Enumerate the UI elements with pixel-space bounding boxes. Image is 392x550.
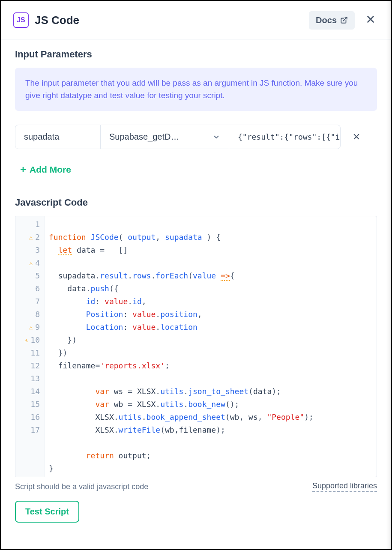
gutter-line: 15: [18, 398, 40, 411]
external-link-icon: [340, 16, 348, 24]
close-icon: [366, 15, 375, 24]
line-number: 8: [35, 308, 40, 321]
gutter-line: [18, 449, 40, 462]
line-number: 11: [30, 347, 40, 359]
line-number: 17: [30, 424, 40, 436]
line-number: 12: [30, 359, 40, 372]
close-icon: [353, 133, 360, 140]
line-number: 15: [30, 398, 40, 411]
line-number: 16: [30, 411, 40, 424]
chevron-down-icon: [212, 133, 220, 141]
gutter-line: 5: [18, 269, 40, 282]
line-number: 6: [35, 282, 40, 295]
line-number: 1: [35, 218, 40, 231]
editor-hint: Script should be a valid javascript code: [15, 482, 148, 491]
code-editor[interactable]: 1⚠23⚠45678⚠9⚠1011121314151617 function J…: [15, 216, 377, 477]
line-number: 13: [30, 372, 40, 385]
add-more-label: Add More: [30, 164, 71, 175]
gutter-line: 13: [18, 372, 40, 385]
line-number: 5: [35, 269, 40, 282]
close-button[interactable]: [362, 10, 379, 30]
gutter-line: [18, 436, 40, 449]
warning-icon: ⚠: [29, 231, 33, 244]
test-script-button[interactable]: Test Script: [15, 501, 79, 523]
line-number: 2: [35, 231, 40, 244]
remove-param-button[interactable]: [348, 131, 365, 143]
param-source-label: Supabase_getD…: [109, 132, 179, 142]
warning-icon: ⚠: [29, 257, 33, 269]
javascript-code-heading: Javascript Code: [15, 197, 377, 208]
panel-header: JS JS Code Docs: [1, 1, 391, 39]
docs-button-label: Docs: [316, 15, 337, 25]
line-number: 4: [35, 257, 40, 269]
plus-icon: +: [20, 164, 26, 176]
param-source-select[interactable]: Supabase_getD…: [101, 125, 229, 149]
gutter-line: 11: [18, 347, 40, 359]
line-number: 9: [35, 321, 40, 334]
gutter-line: 1: [18, 218, 40, 231]
gutter-line: ⚠10: [18, 334, 40, 347]
supported-libraries-link[interactable]: Supported libraries: [312, 481, 377, 492]
line-number: 14: [30, 385, 40, 398]
docs-button[interactable]: Docs: [309, 11, 355, 30]
gutter-line: ⚠2: [18, 231, 40, 244]
warning-icon: ⚠: [29, 321, 33, 334]
svg-line-0: [344, 17, 347, 21]
gutter-line: ⚠4: [18, 257, 40, 269]
gutter-line: 12: [18, 359, 40, 372]
editor-code-area[interactable]: function JSCode( output, supadata ) { le…: [45, 216, 318, 477]
gutter-line: 6: [18, 282, 40, 295]
js-badge-icon: JS: [13, 12, 29, 28]
line-number: 7: [35, 295, 40, 308]
gutter-line: 14: [18, 385, 40, 398]
editor-gutter: 1⚠23⚠45678⚠9⚠1011121314151617: [15, 216, 45, 477]
info-banner: The input parameter that you add will be…: [15, 68, 377, 111]
gutter-line: ⚠9: [18, 321, 40, 334]
gutter-line: 16: [18, 411, 40, 424]
gutter-line: 7: [18, 295, 40, 308]
param-name-input[interactable]: supadata: [15, 125, 101, 149]
add-more-button[interactable]: + Add More: [15, 161, 76, 178]
gutter-line: 8: [18, 308, 40, 321]
panel-title: JS Code: [35, 14, 79, 27]
warning-icon: ⚠: [24, 334, 28, 347]
line-number: 3: [35, 244, 40, 257]
param-value-input[interactable]: {"result":{"rows":[{"i: [229, 125, 341, 149]
gutter-line: 17: [18, 424, 40, 436]
parameter-row: supadata Supabase_getD… {"result":{"rows…: [15, 125, 377, 149]
line-number: 10: [30, 334, 40, 347]
input-parameters-heading: Input Parameters: [15, 49, 377, 60]
gutter-line: 3: [18, 244, 40, 257]
